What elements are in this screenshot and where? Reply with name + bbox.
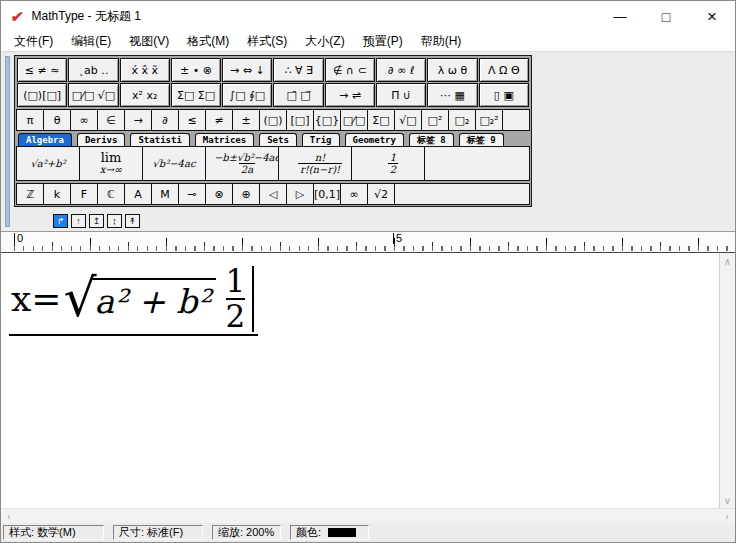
small-symbol-button[interactable]: π [17,110,44,130]
expression-symbol-button[interactable]: √2 [368,184,395,204]
expression-symbol-button[interactable]: ▷ [287,184,314,204]
symbol-palette-button[interactable]: Λ Ω Θ [479,58,529,82]
expression-symbol-button[interactable]: M [152,184,179,204]
status-field[interactable]: 样式: 数学(M) [3,525,104,540]
symbol-palette-button[interactable]: λ ω θ [427,58,477,82]
menu-item[interactable]: 格式(M) [178,32,238,51]
menu-item[interactable]: 视图(V) [120,32,178,51]
toolbar-size-button[interactable]: ↨ [107,214,122,228]
expression-symbol-button[interactable]: F [71,184,98,204]
template-palette-button[interactable]: □̄ □⃗ [273,83,323,107]
menu-item[interactable]: 大小(Z) [296,32,353,51]
expression-template-button[interactable]: lim x→∞ [80,147,143,180]
small-symbol-button[interactable]: Σ□ [368,110,395,130]
ruler[interactable]: 0 5 [1,232,735,253]
small-symbol-button[interactable]: ± [233,110,260,130]
menu-item[interactable]: 帮助(H) [412,32,471,51]
symbol-palette-button[interactable]: ∂ ∞ ℓ [376,58,426,82]
toolbar-size-button[interactable]: ↥ [89,214,104,228]
template-palette-button[interactable]: Π̇ ∪̇ [376,83,426,107]
symbol-palette-button[interactable]: ∉ ∩ ⊂ [325,58,375,82]
small-symbol-button[interactable]: θ [44,110,71,130]
close-button[interactable]: × [689,1,735,32]
template-palette-button[interactable]: (□)[□] [17,83,67,107]
small-symbol-button[interactable]: [□] [287,110,314,130]
expression-symbol-button[interactable]: ⊕ [233,184,260,204]
menu-item[interactable]: 样式(S) [238,32,296,51]
symbol-palette-button[interactable]: ≤ ≠ ≈ [17,58,67,82]
template-palette-button[interactable]: ∫□ ∮□ [222,83,272,107]
expression-symbol-button[interactable]: k [44,184,71,204]
horizontal-scrollbar[interactable]: ‹ › [1,508,735,523]
small-symbol-button[interactable]: ≤ [179,110,206,130]
palette-tab[interactable]: Algebra [18,133,72,146]
symbol-palette-button[interactable]: ˛ab ‥ [68,58,118,82]
menu-item[interactable]: 编辑(E) [62,32,120,51]
small-symbol-button[interactable]: □² [422,110,449,130]
template-palette-button[interactable]: □⁄□ √□ [68,83,118,107]
menu-item[interactable]: 文件(F) [5,32,62,51]
toolbar-size-button[interactable]: ↑ [71,214,86,228]
expression-template-button[interactable]: −b±√b²−4ac 2a [216,147,279,180]
small-symbol-button[interactable]: □⁄□ [341,110,368,130]
expression-template-button[interactable]: √b²−4ac [143,147,206,180]
palette-tab[interactable]: Geometry [345,133,404,146]
palette-tab[interactable]: 标签 9 [459,133,504,146]
equation-canvas[interactable]: x= √ a² + b² 1 2 [1,253,720,508]
menu-item[interactable]: 预置(P) [354,32,412,51]
toolbar-size-button[interactable]: ↟ [125,214,140,228]
vertical-scroll-track[interactable] [720,269,735,492]
small-symbol-button[interactable]: ∞ [71,110,98,130]
small-symbol-button[interactable]: ∂ [152,110,179,130]
equation[interactable]: x= √ a² + b² 1 2 [9,265,258,336]
expression-symbol-button[interactable]: ◁ [260,184,287,204]
maximize-button[interactable]: □ [643,1,689,32]
small-symbol-button[interactable]: □₂ [449,110,476,130]
small-symbol-button[interactable]: {□} [314,110,341,130]
palette-tab[interactable]: Matrices [195,133,254,146]
expression-template-button[interactable]: 1 2 [362,147,425,180]
template-palette-button[interactable]: → ⇌ [325,83,375,107]
status-field[interactable]: 缩放: 200% [212,525,281,540]
symbol-palette-button[interactable]: ± • ⊗ [171,58,221,82]
toolbar-size-button[interactable]: ↱ [53,214,68,228]
small-symbol-button[interactable]: ≠ [206,110,233,130]
expression-template-button[interactable]: n! r!(n−r)! [289,147,352,180]
palette-tab[interactable]: Statisti [130,133,189,146]
small-symbol-button[interactable]: ∈ [98,110,125,130]
symbol-palette-button[interactable]: x́ x̂ x̃ [120,58,170,82]
palette-tab[interactable]: Trig [302,133,340,146]
toolbar-grab-handle[interactable] [5,56,10,227]
expression-symbol-button[interactable]: A [125,184,152,204]
mathtype-window: ✔ MathType - 无标题 1 — □ × 文件(F)编辑(E)视图(V)… [0,0,736,543]
scroll-down-icon[interactable]: ∨ [720,492,735,508]
expression-symbol-button[interactable]: ⊸ [179,184,206,204]
minimize-button[interactable]: — [597,1,643,32]
symbol-palette-button[interactable]: ∴ ∀ ∃ [273,58,323,82]
expression-symbol-button[interactable]: ∞ [341,184,368,204]
symbol-palette-button[interactable]: → ⇔ ↓ [222,58,272,82]
scroll-left-icon[interactable]: ‹ [1,509,17,523]
small-symbol-button[interactable]: (□) [260,110,287,130]
template-palette-button[interactable]: ⋯ ▦ [427,83,477,107]
template-palette-button[interactable]: Σ□ Σ□ [171,83,221,107]
palette-tab[interactable]: 标签 8 [409,133,454,146]
small-symbol-button[interactable]: → [125,110,152,130]
scroll-right-icon[interactable]: › [719,509,735,523]
small-symbol-button[interactable]: □₂² [476,110,503,130]
status-field[interactable]: 尺寸: 标准(F) [113,525,203,540]
expression-template-button[interactable]: √a²+b² [17,147,80,180]
expression-symbol-button[interactable]: ℤ [17,184,44,204]
vertical-scrollbar[interactable]: ∧ ∨ [720,253,735,508]
template-palette-button[interactable]: ▯ ▣ [479,83,529,107]
scroll-up-icon[interactable]: ∧ [720,253,735,269]
small-symbol-button[interactable]: √□ [395,110,422,130]
template-palette-button[interactable]: x² x₂ [120,83,170,107]
expression-symbol-button[interactable]: ⊗ [206,184,233,204]
expression-symbol-button[interactable]: ℂ [98,184,125,204]
status-field[interactable]: 颜色: [290,525,369,540]
expression-template-bar: √a²+b² lim x→∞ √b²−4ac −b±√b²−4ac 2a n! … [16,146,530,181]
palette-tab[interactable]: Derivs [77,133,126,146]
palette-tab[interactable]: Sets [259,133,297,146]
expression-symbol-button[interactable]: [0,1] [314,184,341,204]
